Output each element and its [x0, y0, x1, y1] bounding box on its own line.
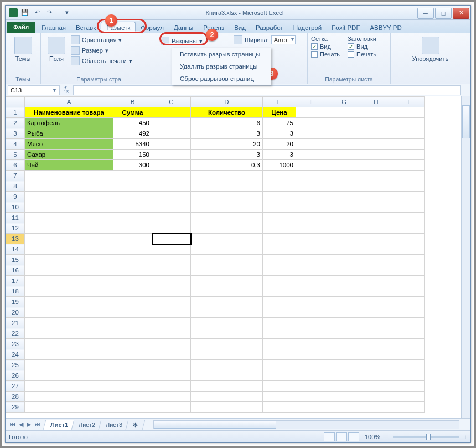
menu-reset-page-breaks[interactable]: Сброс разрывов страниц: [172, 73, 271, 85]
ribbon-tab-file[interactable]: Файл: [7, 22, 35, 33]
cell-F10[interactable]: [296, 202, 328, 213]
cell-E22[interactable]: [263, 328, 296, 339]
cell-A22[interactable]: [25, 328, 113, 339]
cell-G20[interactable]: [328, 307, 360, 318]
cell-C1[interactable]: [152, 107, 191, 118]
cell-D1[interactable]: Количество: [191, 107, 263, 118]
cell-B8[interactable]: [113, 181, 152, 192]
cell-A29[interactable]: [25, 402, 113, 413]
cell-H27[interactable]: [360, 381, 392, 392]
cell-A24[interactable]: [25, 349, 113, 360]
cell-C26[interactable]: [152, 370, 191, 381]
zoom-slider-thumb[interactable]: [426, 434, 431, 440]
cell-B7[interactable]: [113, 171, 152, 181]
cell-C14[interactable]: [152, 244, 191, 255]
qat-redo-icon[interactable]: ↷: [44, 8, 54, 18]
view-page-break-button[interactable]: [348, 432, 359, 441]
cell-D5[interactable]: 3: [191, 150, 263, 160]
row-header-24[interactable]: 24: [6, 349, 25, 360]
cell-I10[interactable]: [392, 202, 425, 213]
cell-C25[interactable]: [152, 360, 191, 370]
cell-F5[interactable]: [296, 150, 328, 160]
cell-B16[interactable]: [113, 265, 152, 276]
cell-C21[interactable]: [152, 318, 191, 328]
row-header-7[interactable]: 7: [6, 171, 25, 181]
sheet-tab-Лист2[interactable]: Лист2: [71, 420, 103, 430]
cell-I29[interactable]: [392, 402, 425, 413]
gridlines-view-checkbox[interactable]: ✓Вид: [311, 43, 340, 50]
cell-D13[interactable]: [191, 234, 263, 244]
cell-G1[interactable]: [328, 107, 360, 118]
cell-I6[interactable]: [392, 160, 425, 171]
cell-D14[interactable]: [191, 244, 263, 255]
cell-H11[interactable]: [360, 213, 392, 223]
cell-D17[interactable]: [191, 276, 263, 286]
worksheet-grid[interactable]: ABCDEFGHI1Наименование товараСуммаКоличе…: [6, 96, 470, 418]
cell-A5[interactable]: Сахар: [25, 150, 113, 160]
cell-H16[interactable]: [360, 265, 392, 276]
cell-H21[interactable]: [360, 318, 392, 328]
row-header-16[interactable]: 16: [6, 265, 25, 276]
column-header-B[interactable]: B: [113, 97, 152, 107]
cell-C10[interactable]: [152, 202, 191, 213]
cell-H17[interactable]: [360, 276, 392, 286]
cell-A19[interactable]: [25, 297, 113, 307]
cell-G2[interactable]: [328, 118, 360, 128]
cell-H6[interactable]: [360, 160, 392, 171]
zoom-out-button[interactable]: −: [385, 434, 388, 440]
cell-B1[interactable]: Сумма: [113, 107, 152, 118]
cell-H14[interactable]: [360, 244, 392, 255]
cell-D15[interactable]: [191, 255, 263, 265]
cell-B22[interactable]: [113, 328, 152, 339]
name-box[interactable]: C13▼: [8, 85, 60, 95]
cell-F22[interactable]: [296, 328, 328, 339]
cell-A12[interactable]: [25, 223, 113, 234]
cell-E19[interactable]: [263, 297, 296, 307]
ribbon-tab-формул[interactable]: Формул: [136, 22, 169, 33]
cell-H2[interactable]: [360, 118, 392, 128]
new-sheet-button[interactable]: ✻: [126, 420, 146, 430]
ribbon-tab-надстрой[interactable]: Надстрой: [288, 22, 327, 33]
cell-B26[interactable]: [113, 370, 152, 381]
cell-F21[interactable]: [296, 318, 328, 328]
cell-D28[interactable]: [191, 392, 263, 402]
cell-F3[interactable]: [296, 128, 328, 139]
cell-B9[interactable]: [113, 192, 152, 202]
horizontal-scrollbar[interactable]: [153, 420, 459, 429]
cell-D27[interactable]: [191, 381, 263, 392]
cell-E3[interactable]: 3: [263, 128, 296, 139]
cell-I12[interactable]: [392, 223, 425, 234]
cell-F7[interactable]: [296, 171, 328, 181]
cell-F26[interactable]: [296, 370, 328, 381]
cell-H29[interactable]: [360, 402, 392, 413]
cell-C24[interactable]: [152, 349, 191, 360]
cell-C6[interactable]: [152, 160, 191, 171]
cell-B18[interactable]: [113, 286, 152, 297]
cell-H26[interactable]: [360, 370, 392, 381]
cell-F1[interactable]: [296, 107, 328, 118]
cell-D19[interactable]: [191, 297, 263, 307]
cell-E11[interactable]: [263, 213, 296, 223]
ribbon-tab-foxit pdf[interactable]: Foxit PDF: [327, 22, 365, 33]
cell-B15[interactable]: [113, 255, 152, 265]
select-all-corner[interactable]: [6, 97, 25, 107]
cell-C22[interactable]: [152, 328, 191, 339]
cell-F20[interactable]: [296, 307, 328, 318]
cell-B2[interactable]: 450: [113, 118, 152, 128]
cell-F14[interactable]: [296, 244, 328, 255]
cell-I11[interactable]: [392, 213, 425, 223]
cell-D25[interactable]: [191, 360, 263, 370]
cell-A6[interactable]: Чай: [25, 160, 113, 171]
cell-G23[interactable]: [328, 339, 360, 349]
cell-C8[interactable]: [152, 181, 191, 192]
row-header-12[interactable]: 12: [6, 223, 25, 234]
cell-H19[interactable]: [360, 297, 392, 307]
cell-C16[interactable]: [152, 265, 191, 276]
cell-I20[interactable]: [392, 307, 425, 318]
cell-H4[interactable]: [360, 139, 392, 150]
row-header-1[interactable]: 1: [6, 107, 25, 118]
horizontal-scroll-thumb[interactable]: [154, 421, 276, 429]
qat-save-icon[interactable]: 💾: [20, 8, 30, 18]
cell-A23[interactable]: [25, 339, 113, 349]
cell-D20[interactable]: [191, 307, 263, 318]
